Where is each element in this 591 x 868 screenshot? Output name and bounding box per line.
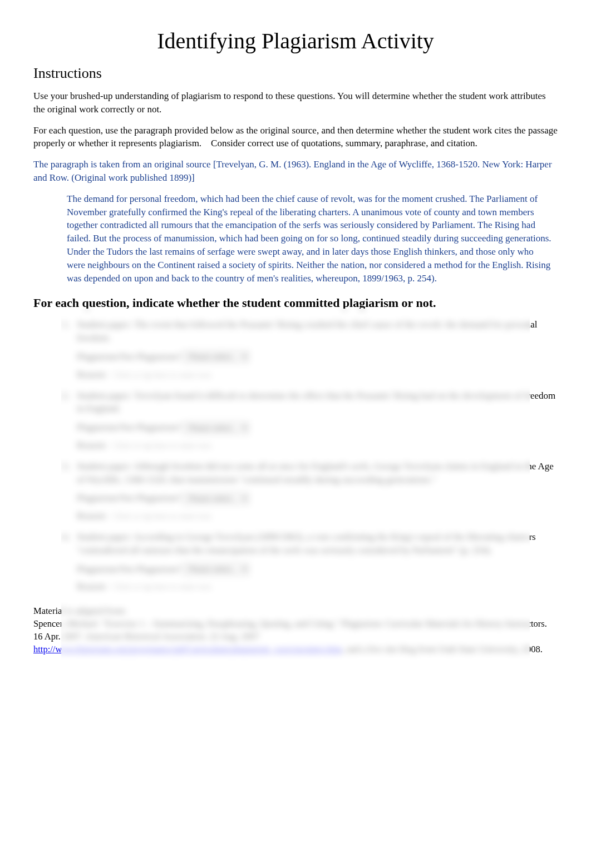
plagiarism-select[interactable]: Please select... (183, 492, 249, 505)
adapted-footer: , and a live site blog from Utah State U… (342, 644, 543, 654)
reason-input[interactable]: Click or tap here to enter text. (113, 581, 213, 593)
question-item: Student paper: The event that followed t… (72, 318, 558, 381)
intro-paragraph-2: For each question, use the paragraph pro… (33, 124, 558, 151)
plagiarism-select[interactable]: Please select... (183, 421, 249, 434)
student-paper-label: Student paper: (77, 532, 132, 542)
plagiarism-label: Plagiarism/Not Plagiarism? (77, 350, 181, 364)
question-prompt-heading: For each question, indicate whether the … (33, 296, 558, 310)
source-citation: The paragraph is taken from an original … (33, 158, 558, 185)
reason-label: Reason: (77, 509, 107, 523)
student-paper-text: The event that followed the Peasants' Ri… (77, 319, 537, 343)
student-paper-text: Although freedom did not come all at onc… (77, 461, 554, 485)
reason-input[interactable]: Click or tap here to enter text. (113, 440, 213, 452)
page-title: Identifying Plagiarism Activity (33, 28, 558, 54)
adapted-heading: Material is adapted from: (33, 604, 558, 617)
instructions-heading: Instructions (33, 65, 558, 82)
reason-label: Reason: (77, 580, 107, 593)
student-paper-label: Student paper: (77, 390, 132, 401)
original-quote: The demand for personal freedom, which h… (67, 192, 552, 285)
adapted-link[interactable]: http://www.historians.org/governance/pd/… (33, 644, 342, 654)
intro-paragraph-1: Use your brushed-up understanding of pla… (33, 90, 558, 116)
reason-input[interactable]: Click or tap here to enter text. (113, 510, 213, 522)
plagiarism-label: Plagiarism/Not Plagiarism? (77, 492, 181, 505)
plagiarism-label: Plagiarism/Not Plagiarism? (77, 563, 181, 576)
student-paper-label: Student paper: (77, 319, 132, 330)
student-paper-text: According to George Trevelyan (1899/1963… (77, 532, 536, 555)
plagiarism-select[interactable]: Please select... (183, 350, 249, 363)
question-list: Student paper: The event that followed t… (72, 318, 558, 593)
adapted-citation: Spencer, Michael. "Exercise 1 – Summariz… (33, 617, 558, 643)
question-item: Student paper: Although freedom did not … (72, 460, 558, 523)
reason-input[interactable]: Click or tap here to enter text. (113, 369, 213, 381)
question-item: Student paper: Trevelyan found it diffic… (72, 389, 558, 452)
plagiarism-select[interactable]: Please select... (183, 563, 249, 576)
adapted-from-block: Material is adapted from: Spencer, Micha… (33, 604, 558, 656)
reason-label: Reason: (77, 439, 107, 452)
reason-label: Reason: (77, 368, 107, 381)
plagiarism-label: Plagiarism/Not Plagiarism? (77, 421, 181, 434)
question-item: Student paper: According to George Treve… (72, 530, 558, 593)
student-paper-label: Student paper: (77, 461, 132, 472)
student-paper-text: Trevelyan found it difficult to determin… (77, 390, 555, 414)
